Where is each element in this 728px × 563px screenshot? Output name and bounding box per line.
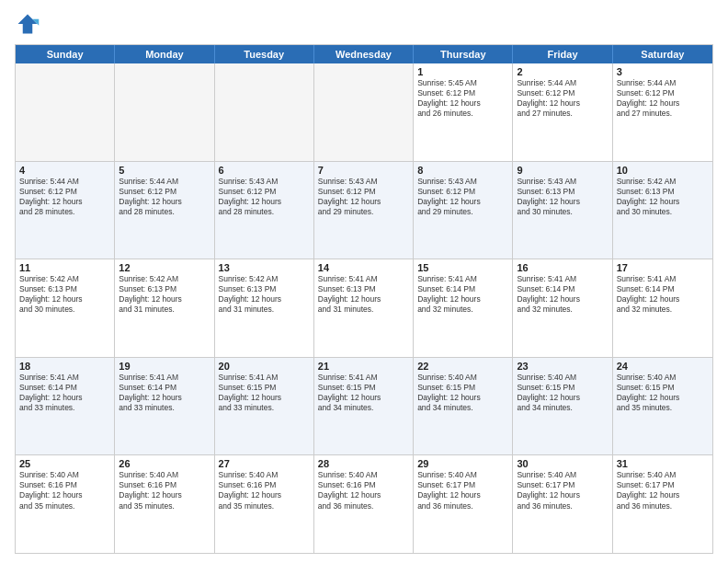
day-cell-26: 26Sunrise: 5:40 AM Sunset: 6:16 PM Dayli…	[115, 455, 214, 553]
day-cell-11: 11Sunrise: 5:42 AM Sunset: 6:13 PM Dayli…	[16, 259, 115, 357]
day-number: 10	[617, 165, 709, 176]
empty-cell-0-3	[314, 63, 414, 161]
day-number: 24	[617, 361, 709, 372]
empty-cell-0-2	[215, 63, 314, 161]
day-cell-20: 20Sunrise: 5:41 AM Sunset: 6:15 PM Dayli…	[215, 358, 314, 455]
day-cell-19: 19Sunrise: 5:41 AM Sunset: 6:14 PM Dayli…	[115, 358, 214, 455]
day-info: Sunrise: 5:44 AM Sunset: 6:12 PM Dayligh…	[119, 177, 210, 217]
day-info: Sunrise: 5:40 AM Sunset: 6:16 PM Dayligh…	[19, 470, 110, 511]
day-cell-15: 15Sunrise: 5:41 AM Sunset: 6:14 PM Dayli…	[414, 259, 513, 357]
day-number: 5	[119, 165, 210, 176]
day-number: 29	[417, 458, 508, 469]
day-number: 11	[19, 262, 110, 273]
svg-marker-0	[18, 15, 38, 34]
day-info: Sunrise: 5:43 AM Sunset: 6:13 PM Dayligh…	[517, 177, 608, 217]
day-number: 31	[617, 458, 709, 469]
day-info: Sunrise: 5:41 AM Sunset: 6:14 PM Dayligh…	[119, 373, 210, 413]
day-number: 12	[119, 262, 210, 273]
day-info: Sunrise: 5:42 AM Sunset: 6:13 PM Dayligh…	[219, 274, 310, 315]
day-number: 1	[417, 66, 508, 77]
day-number: 26	[119, 458, 210, 469]
day-cell-5: 5Sunrise: 5:44 AM Sunset: 6:12 PM Daylig…	[115, 162, 214, 259]
logo-icon	[15, 11, 40, 37]
weekday-header-friday: Friday	[513, 45, 612, 63]
day-info: Sunrise: 5:40 AM Sunset: 6:17 PM Dayligh…	[517, 470, 608, 511]
day-number: 15	[417, 262, 508, 273]
day-info: Sunrise: 5:42 AM Sunset: 6:13 PM Dayligh…	[119, 274, 210, 315]
day-number: 7	[318, 165, 409, 176]
day-cell-29: 29Sunrise: 5:40 AM Sunset: 6:17 PM Dayli…	[414, 455, 513, 553]
day-cell-18: 18Sunrise: 5:41 AM Sunset: 6:14 PM Dayli…	[16, 358, 115, 455]
day-number: 20	[219, 361, 310, 372]
calendar-row-5: 25Sunrise: 5:40 AM Sunset: 6:16 PM Dayli…	[16, 454, 712, 553]
day-cell-22: 22Sunrise: 5:40 AM Sunset: 6:15 PM Dayli…	[414, 358, 513, 455]
weekday-header-wednesday: Wednesday	[314, 45, 414, 63]
day-info: Sunrise: 5:41 AM Sunset: 6:14 PM Dayligh…	[617, 274, 709, 315]
empty-cell-0-0	[16, 63, 115, 161]
day-info: Sunrise: 5:44 AM Sunset: 6:12 PM Dayligh…	[517, 78, 608, 119]
day-number: 25	[19, 458, 110, 469]
day-cell-17: 17Sunrise: 5:41 AM Sunset: 6:14 PM Dayli…	[613, 259, 712, 357]
day-cell-13: 13Sunrise: 5:42 AM Sunset: 6:13 PM Dayli…	[215, 259, 314, 357]
day-number: 8	[417, 165, 508, 176]
day-number: 14	[318, 262, 409, 273]
weekday-header-tuesday: Tuesday	[215, 45, 314, 63]
day-info: Sunrise: 5:40 AM Sunset: 6:15 PM Dayligh…	[517, 373, 608, 413]
day-number: 23	[517, 361, 608, 372]
day-cell-8: 8Sunrise: 5:43 AM Sunset: 6:12 PM Daylig…	[414, 162, 513, 259]
day-info: Sunrise: 5:42 AM Sunset: 6:13 PM Dayligh…	[617, 177, 709, 217]
weekday-header-thursday: Thursday	[414, 45, 513, 63]
day-number: 21	[318, 361, 409, 372]
day-info: Sunrise: 5:45 AM Sunset: 6:12 PM Dayligh…	[417, 78, 508, 119]
day-info: Sunrise: 5:40 AM Sunset: 6:16 PM Dayligh…	[119, 470, 210, 511]
day-number: 27	[219, 458, 310, 469]
day-info: Sunrise: 5:42 AM Sunset: 6:13 PM Dayligh…	[19, 274, 110, 315]
day-number: 18	[19, 361, 110, 372]
day-info: Sunrise: 5:40 AM Sunset: 6:15 PM Dayligh…	[617, 373, 709, 413]
day-cell-4: 4Sunrise: 5:44 AM Sunset: 6:12 PM Daylig…	[16, 162, 115, 259]
day-cell-10: 10Sunrise: 5:42 AM Sunset: 6:13 PM Dayli…	[613, 162, 712, 259]
weekday-header-sunday: Sunday	[16, 45, 115, 63]
day-number: 19	[119, 361, 210, 372]
day-info: Sunrise: 5:41 AM Sunset: 6:13 PM Dayligh…	[318, 274, 409, 315]
day-number: 22	[417, 361, 508, 372]
day-info: Sunrise: 5:40 AM Sunset: 6:16 PM Dayligh…	[318, 470, 409, 511]
day-cell-3: 3Sunrise: 5:44 AM Sunset: 6:12 PM Daylig…	[613, 63, 712, 161]
day-cell-1: 1Sunrise: 5:45 AM Sunset: 6:12 PM Daylig…	[414, 63, 513, 161]
day-number: 3	[617, 66, 709, 77]
day-cell-21: 21Sunrise: 5:41 AM Sunset: 6:15 PM Dayli…	[314, 358, 414, 455]
day-cell-16: 16Sunrise: 5:41 AM Sunset: 6:14 PM Dayli…	[513, 259, 612, 357]
weekday-header-saturday: Saturday	[613, 45, 712, 63]
day-cell-7: 7Sunrise: 5:43 AM Sunset: 6:12 PM Daylig…	[314, 162, 414, 259]
day-number: 6	[219, 165, 310, 176]
day-cell-2: 2Sunrise: 5:44 AM Sunset: 6:12 PM Daylig…	[513, 63, 612, 161]
day-info: Sunrise: 5:41 AM Sunset: 6:14 PM Dayligh…	[517, 274, 608, 315]
day-cell-30: 30Sunrise: 5:40 AM Sunset: 6:17 PM Dayli…	[513, 455, 612, 553]
day-number: 2	[517, 66, 608, 77]
calendar-body: 1Sunrise: 5:45 AM Sunset: 6:12 PM Daylig…	[16, 63, 712, 553]
day-number: 13	[219, 262, 310, 273]
calendar-header: SundayMondayTuesdayWednesdayThursdayFrid…	[16, 45, 712, 63]
day-info: Sunrise: 5:40 AM Sunset: 6:16 PM Dayligh…	[219, 470, 310, 511]
day-info: Sunrise: 5:44 AM Sunset: 6:12 PM Dayligh…	[19, 177, 110, 217]
day-info: Sunrise: 5:41 AM Sunset: 6:15 PM Dayligh…	[219, 373, 310, 413]
day-cell-24: 24Sunrise: 5:40 AM Sunset: 6:15 PM Dayli…	[613, 358, 712, 455]
logo	[15, 11, 44, 37]
calendar: SundayMondayTuesdayWednesdayThursdayFrid…	[15, 44, 713, 554]
day-info: Sunrise: 5:40 AM Sunset: 6:17 PM Dayligh…	[417, 470, 508, 511]
calendar-row-2: 4Sunrise: 5:44 AM Sunset: 6:12 PM Daylig…	[16, 161, 712, 259]
day-info: Sunrise: 5:43 AM Sunset: 6:12 PM Dayligh…	[417, 177, 508, 217]
day-cell-27: 27Sunrise: 5:40 AM Sunset: 6:16 PM Dayli…	[215, 455, 314, 553]
day-cell-9: 9Sunrise: 5:43 AM Sunset: 6:13 PM Daylig…	[513, 162, 612, 259]
weekday-header-monday: Monday	[115, 45, 214, 63]
day-info: Sunrise: 5:43 AM Sunset: 6:12 PM Dayligh…	[318, 177, 409, 217]
day-number: 17	[617, 262, 709, 273]
day-number: 16	[517, 262, 608, 273]
day-info: Sunrise: 5:40 AM Sunset: 6:15 PM Dayligh…	[417, 373, 508, 413]
day-cell-23: 23Sunrise: 5:40 AM Sunset: 6:15 PM Dayli…	[513, 358, 612, 455]
day-info: Sunrise: 5:40 AM Sunset: 6:17 PM Dayligh…	[617, 470, 709, 511]
day-cell-14: 14Sunrise: 5:41 AM Sunset: 6:13 PM Dayli…	[314, 259, 414, 357]
day-cell-6: 6Sunrise: 5:43 AM Sunset: 6:12 PM Daylig…	[215, 162, 314, 259]
day-info: Sunrise: 5:43 AM Sunset: 6:12 PM Dayligh…	[219, 177, 310, 217]
day-cell-12: 12Sunrise: 5:42 AM Sunset: 6:13 PM Dayli…	[115, 259, 214, 357]
